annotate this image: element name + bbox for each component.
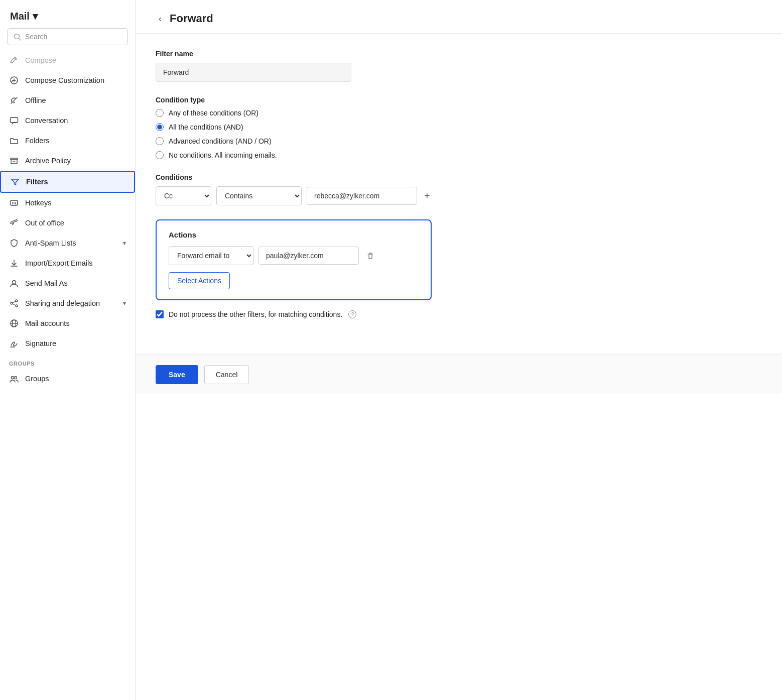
cancel-button[interactable]: Cancel (204, 365, 249, 384)
no-process-checkbox[interactable] (156, 310, 164, 318)
condition-value-input[interactable] (307, 187, 417, 205)
import-icon (9, 258, 19, 268)
radio-and-label: All the conditions (AND) (169, 123, 243, 131)
radio-or[interactable]: Any of these conditions (OR) (156, 109, 762, 117)
shield-icon (9, 238, 19, 248)
radio-or-label: Any of these conditions (OR) (169, 109, 258, 117)
condition-operator-select[interactable]: Contains Does not contain Is Is not Star… (216, 186, 302, 205)
sidebar-item-label-archive-policy: Archive Policy (25, 157, 71, 165)
page-header: ‹ Forward (136, 0, 782, 34)
info-icon[interactable]: ? (348, 310, 356, 318)
sidebar-item-label-groups: Groups (25, 375, 49, 383)
add-condition-button[interactable]: + (422, 190, 432, 202)
svg-point-5 (14, 102, 15, 103)
search-icon (14, 33, 21, 41)
sidebar-item-send-mail-as[interactable]: Send Mail As (0, 273, 135, 293)
action-type-select[interactable]: Forward email to Mark as read Move to fo… (169, 246, 253, 265)
sidebar-item-hotkeys[interactable]: Hotkeys (0, 193, 135, 213)
sidebar-item-label-import-export: Import/Export Emails (25, 259, 93, 267)
svg-line-19 (13, 301, 16, 303)
conditions-group: Conditions Cc To From Subject Body Conta… (156, 173, 762, 205)
select-actions-button[interactable]: Select Actions (169, 272, 230, 289)
radio-and-input[interactable] (156, 123, 164, 131)
form-area: Filter name Condition type Any of these … (136, 34, 782, 355)
svg-point-17 (11, 302, 13, 304)
radio-none-input[interactable] (156, 151, 164, 159)
sidebar-item-mail-accounts[interactable]: Mail accounts (0, 313, 135, 333)
sidebar-item-groups[interactable]: Groups (0, 369, 135, 389)
sidebar: Mail ▾ Search Compose Compose Customizat… (0, 0, 136, 700)
save-button[interactable]: Save (156, 365, 198, 384)
sidebar-item-label-send-mail-as: Send Mail As (25, 279, 68, 287)
filter-name-input[interactable] (156, 63, 351, 82)
condition-type-radio-group: Any of these conditions (OR) All the con… (156, 109, 762, 159)
footer-bar: Save Cancel (136, 355, 782, 394)
radio-none-label: No conditions. All incoming emails. (169, 151, 277, 159)
sidebar-item-offline[interactable]: Offline (0, 90, 135, 110)
radio-and[interactable]: All the conditions (AND) (156, 123, 762, 131)
sidebar-item-label-compose-customization: Compose Customization (25, 76, 104, 84)
filter-name-label: Filter name (156, 50, 762, 58)
sidebar-item-label-hotkeys: Hotkeys (25, 199, 51, 207)
search-box[interactable]: Search (7, 28, 128, 45)
back-button[interactable]: ‹ (156, 13, 165, 25)
sidebar-item-conversation[interactable]: Conversation (0, 110, 135, 131)
sidebar-item-folders[interactable]: Folders (0, 131, 135, 151)
sidebar-item-out-of-office[interactable]: Out of office (0, 213, 135, 233)
conditions-row: Cc To From Subject Body Contains Does no… (156, 186, 762, 205)
sendmail-icon (9, 278, 19, 288)
sidebar-item-archive-policy[interactable]: Archive Policy (0, 151, 135, 171)
condition-field-select[interactable]: Cc To From Subject Body (156, 186, 211, 205)
radio-advanced-input[interactable] (156, 137, 164, 145)
radio-advanced-label: Advanced conditions (AND / OR) (169, 137, 272, 145)
sidebar-item-signature[interactable]: Signature (0, 333, 135, 354)
sidebar-item-label-signature: Signature (25, 339, 56, 347)
search-placeholder: Search (25, 33, 47, 41)
sidebar-item-filters[interactable]: Filters (0, 171, 135, 193)
app-title-bar: Mail ▾ (0, 0, 135, 28)
mailaccounts-icon (9, 318, 19, 328)
sidebar-item-anti-spam[interactable]: Anti-Spam Lists ▾ (0, 233, 135, 253)
sharing-icon (9, 298, 19, 308)
page-title: Forward (170, 12, 213, 25)
svg-rect-6 (11, 118, 18, 123)
action-email-input[interactable] (258, 247, 359, 265)
svg-point-26 (15, 377, 17, 379)
groups-section-label: GROUPS (0, 354, 135, 369)
trash-icon (366, 252, 375, 261)
delete-action-button[interactable] (364, 249, 377, 263)
plane-icon (9, 218, 19, 228)
sidebar-item-label-folders: Folders (25, 137, 49, 145)
chevron-down-icon-sharing: ▾ (123, 300, 126, 307)
customization-icon (9, 75, 19, 85)
svg-point-18 (16, 305, 18, 307)
radio-none[interactable]: No conditions. All incoming emails. (156, 151, 762, 159)
sidebar-item-label-filters: Filters (26, 178, 48, 186)
conversation-icon (9, 115, 19, 126)
svg-point-16 (16, 300, 18, 302)
sidebar-item-compose[interactable]: Compose (0, 50, 135, 70)
filter-name-group: Filter name (156, 50, 762, 82)
main-content: ‹ Forward Filter name Condition type Any… (136, 0, 782, 700)
pencil-icon (9, 55, 19, 65)
sidebar-item-compose-customization[interactable]: Compose Customization (0, 70, 135, 90)
condition-type-label: Condition type (156, 96, 762, 104)
radio-or-input[interactable] (156, 109, 164, 117)
folders-icon (9, 136, 19, 146)
sidebar-item-sharing[interactable]: Sharing and delegation ▾ (0, 293, 135, 313)
archive-icon (9, 156, 19, 166)
sidebar-item-label-sharing: Sharing and delegation (25, 299, 100, 307)
hotkeys-icon (9, 198, 19, 208)
radio-advanced[interactable]: Advanced conditions (AND / OR) (156, 137, 762, 145)
filter-icon (10, 177, 20, 187)
signature-icon (9, 338, 19, 348)
sidebar-item-label-offline: Offline (25, 96, 46, 104)
checkbox-row: Do not process the other filters, for ma… (156, 310, 762, 318)
chevron-down-icon-anti-spam: ▾ (123, 240, 126, 247)
actions-box: Actions Forward email to Mark as read Mo… (156, 219, 432, 300)
sidebar-item-import-export[interactable]: Import/Export Emails (0, 253, 135, 273)
app-title: Mail (10, 11, 30, 22)
app-title-chevron[interactable]: ▾ (33, 10, 38, 22)
condition-type-group: Condition type Any of these conditions (… (156, 96, 762, 159)
svg-point-25 (12, 377, 14, 379)
